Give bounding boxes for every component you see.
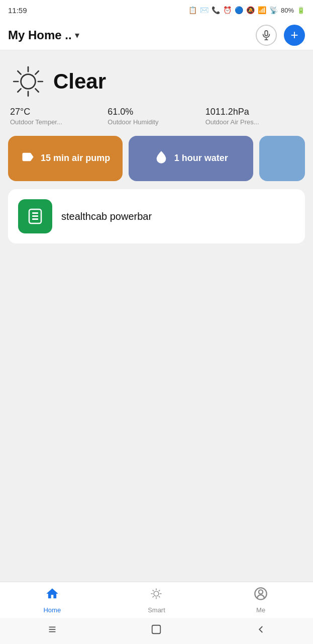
battery-icon: 🔋 [297, 7, 305, 14]
device-card[interactable]: stealthcab powerbar [8, 189, 305, 244]
smart-nav-icon [149, 587, 163, 604]
nav-item-smart[interactable]: Smart [139, 587, 174, 614]
weather-main: Clear [10, 63, 303, 100]
home-title: My Home .. [8, 28, 72, 42]
outdoor-humidity-stat: 61.0% Outdoor Humidity [108, 107, 205, 126]
add-button[interactable]: + [284, 25, 305, 46]
powerbar-icon [25, 206, 45, 226]
air-pump-button[interactable]: 15 min air pump [8, 136, 123, 181]
wifi-icon: 📶 [258, 6, 266, 14]
svg-point-16 [154, 591, 159, 596]
me-nav-icon [254, 587, 268, 604]
pressure-label: Outdoor Air Pres... [205, 118, 303, 126]
status-icons: 📋 ✉️ 📞 ⏰ 🔵 🔕 📶 📡 80% 🔋 [188, 6, 305, 14]
back-button[interactable] [245, 620, 276, 642]
outdoor-temp-stat: 27°C Outdoor Temper... [10, 107, 108, 126]
bluetooth-icon: 🔵 [235, 6, 243, 14]
nav-me-label: Me [256, 606, 265, 614]
svg-line-9 [35, 89, 38, 92]
outdoor-pressure-stat: 1011.2hPa Outdoor Air Pres... [205, 107, 303, 126]
air-pump-label: 15 min air pump [41, 153, 110, 164]
device-name: stealthcab powerbar [61, 211, 152, 222]
humidity-value: 61.0% [108, 107, 205, 117]
nav-item-home[interactable]: Home [35, 587, 70, 614]
weather-card: Clear 27°C Outdoor Temper... 61.0% Outdo… [8, 58, 305, 128]
svg-line-22 [159, 596, 160, 597]
svg-rect-13 [32, 212, 38, 214]
svg-point-3 [21, 74, 36, 89]
battery-percentage: 80% [281, 7, 294, 14]
temp-value: 27°C [10, 107, 108, 117]
mic-icon [261, 30, 272, 41]
system-nav-bar [0, 618, 313, 644]
svg-line-23 [159, 590, 160, 591]
sun-icon [10, 63, 46, 100]
status-time: 11:59 [8, 6, 27, 15]
svg-rect-14 [32, 215, 38, 217]
pressure-value: 1011.2hPa [205, 107, 303, 117]
svg-rect-30 [152, 625, 161, 634]
temp-label: Outdoor Temper... [10, 118, 108, 126]
nav-item-me[interactable]: Me [243, 587, 278, 614]
extra-shortcut-button[interactable] [259, 136, 305, 181]
voicemail-icon: 📞 [212, 6, 220, 14]
main-content: Clear 27°C Outdoor Temper... 61.0% Outdo… [0, 50, 313, 582]
nav-home-label: Home [43, 606, 61, 614]
shortcuts-row: 15 min air pump 1 hour water [8, 136, 305, 181]
home-nav-icon [45, 587, 59, 604]
drop-icon [154, 150, 168, 168]
signal-icon: 📡 [269, 6, 278, 14]
svg-point-26 [259, 590, 263, 594]
water-label: 1 hour water [174, 153, 228, 164]
alarm-icon: ⏰ [223, 6, 232, 14]
svg-rect-15 [32, 218, 38, 220]
mic-button[interactable] [256, 25, 277, 46]
header-title-group[interactable]: My Home .. ▾ [8, 28, 79, 42]
weather-stats: 27°C Outdoor Temper... 61.0% Outdoor Hum… [10, 107, 303, 126]
nav-smart-label: Smart [148, 606, 165, 614]
svg-line-8 [18, 71, 21, 74]
svg-line-21 [153, 590, 154, 591]
notification-icon: 📋 [188, 6, 197, 14]
water-button[interactable]: 1 hour water [129, 136, 253, 181]
header: My Home .. ▾ + [0, 20, 313, 50]
svg-line-24 [153, 596, 154, 597]
device-icon-wrapper [18, 199, 52, 233]
header-actions: + [256, 25, 305, 46]
bottom-nav: Home Smart Me [0, 582, 313, 618]
svg-line-10 [35, 71, 38, 74]
svg-line-11 [18, 89, 21, 92]
svg-rect-0 [265, 30, 268, 35]
mail-icon: ✉️ [200, 6, 208, 14]
weather-condition: Clear [53, 69, 106, 94]
mute-icon: 🔕 [246, 6, 255, 14]
tag-icon [21, 150, 35, 168]
status-bar: 11:59 📋 ✉️ 📞 ⏰ 🔵 🔕 📶 📡 80% 🔋 [0, 0, 313, 20]
humidity-label: Outdoor Humidity [108, 118, 205, 126]
home-button[interactable] [141, 620, 172, 642]
chevron-down-icon: ▾ [75, 30, 79, 41]
recent-apps-button[interactable] [37, 620, 68, 642]
